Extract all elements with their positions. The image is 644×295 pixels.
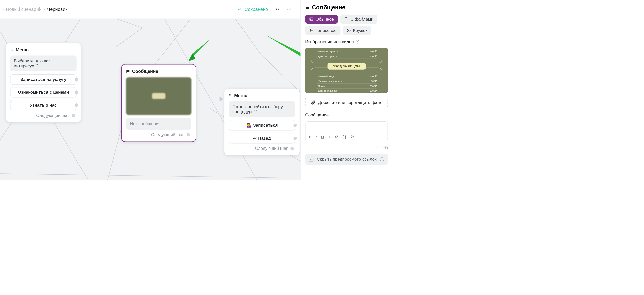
breadcrumb-draft[interactable]: Черновик	[47, 7, 67, 12]
tab-voice[interactable]: Голосовое	[305, 26, 340, 35]
out-port[interactable]	[290, 147, 294, 150]
media-label: Изображения или видео i	[305, 39, 388, 44]
next-step-label: Следующий шаг	[255, 146, 288, 151]
play-circle-icon	[347, 28, 351, 33]
undo-icon	[275, 7, 279, 11]
message-input[interactable]	[306, 122, 388, 133]
inspector-panel: Сообщение Обычное С файлами Голосовое Кр…	[300, 0, 392, 180]
tab-files[interactable]: С файлами	[340, 15, 377, 24]
chat-icon	[126, 69, 130, 73]
node-option[interactable]: 💁‍♀️Записаться	[229, 120, 295, 131]
svg-point-16	[352, 136, 352, 136]
out-port[interactable]	[187, 133, 190, 136]
next-step-label: Следующий шаг	[36, 113, 69, 118]
tab-circle[interactable]: Кружок	[343, 26, 371, 35]
media-preview[interactable]: Женская стрижка1200₽ Детская стрижка1600…	[305, 48, 388, 93]
waveform-icon	[309, 28, 313, 33]
out-port[interactable]	[75, 103, 78, 107]
emoji-button[interactable]	[350, 135, 354, 139]
svg-point-6	[229, 95, 230, 96]
bold-button[interactable]: B	[309, 135, 312, 139]
svg-point-2	[11, 50, 12, 51]
link-button[interactable]	[335, 135, 338, 139]
flow-canvas[interactable]: Меню Выберите, что вас интересует? Запис…	[0, 19, 300, 180]
node-image-preview[interactable]	[126, 77, 191, 115]
panel-title: Сообщение	[305, 4, 388, 11]
svg-point-4	[229, 94, 230, 95]
header: › Новый сценарий › Черновик Сохранено	[0, 0, 300, 19]
node-prompt: Готовы перейти к выбору процедуры?	[229, 101, 295, 117]
out-port[interactable]	[75, 91, 78, 94]
chevron-icon: ›	[3, 7, 4, 11]
edge-arrow-icon	[220, 97, 223, 102]
italic-button[interactable]: I	[316, 135, 317, 139]
out-port[interactable]	[293, 124, 297, 127]
node-prompt: Выберите, что вас интересует?	[10, 56, 76, 71]
node-title: Меню	[234, 93, 247, 98]
node-option[interactable]: Узнать о нас	[10, 100, 76, 110]
node-menu[interactable]: Меню Выберите, что вас интересует? Запис…	[6, 43, 81, 122]
char-counter: 0.00%	[305, 145, 388, 150]
info-icon[interactable]: i	[380, 157, 384, 161]
saved-status: Сохранено	[237, 7, 268, 12]
file-dropzone[interactable]: Добавьте или перетащите файл	[305, 97, 388, 108]
node-option[interactable]: ↩Назад	[229, 133, 295, 143]
editor-toolbar: B I U T { }	[306, 133, 388, 141]
svg-point-17	[352, 136, 353, 136]
message-type-tabs: Обычное С файлами Голосовое Кружок	[305, 15, 388, 35]
attachment-icon	[311, 100, 315, 105]
svg-point-15	[351, 135, 354, 138]
node-message-placeholder: Нет сообщения	[126, 118, 191, 130]
out-port[interactable]	[75, 78, 78, 81]
strike-button[interactable]: T	[328, 135, 330, 139]
drag-handle-icon[interactable]	[229, 94, 232, 97]
tab-plain[interactable]: Обычное	[305, 15, 338, 24]
variable-button[interactable]: { }	[343, 135, 346, 139]
node-title: Сообщение	[132, 69, 158, 74]
svg-point-3	[12, 50, 13, 51]
hide-link-preview-toggle[interactable]: Скрыть предпросмотр ссылок i	[305, 154, 388, 165]
redo-button[interactable]	[287, 7, 291, 12]
redo-icon	[287, 7, 291, 11]
info-icon[interactable]: i	[356, 40, 359, 44]
svg-point-5	[230, 94, 231, 95]
node-title: Меню	[16, 47, 29, 53]
next-step-label: Следующий шаг	[151, 132, 184, 137]
pricelist-section-title: УХОД ЗА ЛИЦОМ	[327, 63, 366, 69]
node-option[interactable]: Ознакомиться с ценами	[10, 87, 76, 97]
chevron-icon: ›	[44, 7, 45, 11]
drag-handle-icon[interactable]	[10, 48, 13, 51]
svg-point-1	[12, 49, 13, 49]
chat-icon	[305, 5, 309, 9]
out-port[interactable]	[293, 137, 297, 140]
clipboard-icon	[344, 17, 348, 21]
svg-rect-10	[310, 18, 313, 20]
out-port[interactable]	[72, 114, 75, 117]
node-message[interactable]: Сообщение Нет сообщения Следующий шаг	[121, 64, 196, 142]
message-editor: B I U T { }	[305, 121, 388, 141]
breadcrumb: › Новый сценарий › Черновик	[3, 7, 67, 12]
node-menu[interactable]: Меню Готовы перейти к выбору процедуры? …	[224, 89, 300, 155]
undo-button[interactable]	[275, 7, 279, 12]
svg-point-0	[11, 49, 12, 49]
checkbox[interactable]	[309, 157, 313, 161]
underline-button[interactable]: U	[321, 135, 324, 139]
breadcrumb-scenario[interactable]: Новый сценарий	[6, 7, 42, 12]
message-heading: Сообщение	[305, 113, 388, 118]
node-option[interactable]: Записаться на услугу	[10, 74, 76, 85]
svg-point-7	[230, 95, 231, 96]
image-icon	[309, 17, 313, 21]
check-icon	[237, 7, 242, 12]
